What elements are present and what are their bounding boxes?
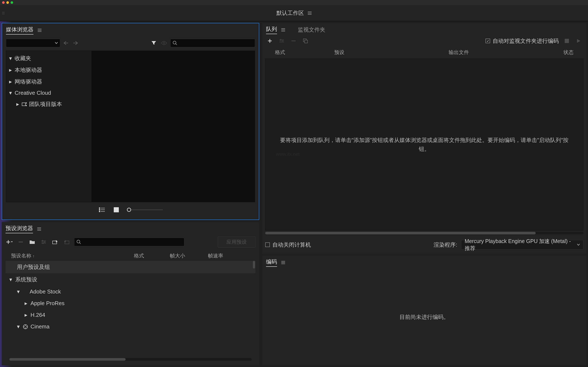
queue-horizontal-scrollbar[interactable]	[265, 232, 583, 234]
encode-status-area: 目前尚未进行编码。	[262, 269, 586, 365]
svg-point-0	[163, 42, 165, 44]
thumbnail-view-icon[interactable]	[113, 206, 120, 214]
preset-row-system[interactable]: ▾ 系统预设	[6, 273, 255, 286]
svg-point-20	[25, 325, 26, 326]
queue-settings-button[interactable]	[278, 37, 286, 45]
remove-source-button[interactable]	[290, 37, 297, 45]
auto-encode-watch-label: 自动对监视文件夹进行编码	[493, 37, 559, 45]
remove-preset-button[interactable]	[17, 238, 24, 246]
stop-queue-button[interactable]	[563, 37, 571, 45]
queue-drop-area[interactable]: 要将项目添加到队列，请单击"添加源"按钮或者从媒体浏览器或桌面将文件拖到此处。要…	[265, 59, 583, 231]
thumbnail-size-slider[interactable]	[127, 209, 163, 210]
toolbar-grip	[2, 12, 5, 14]
renderer-dropdown[interactable]: Mercury Playback Engine GPU 加速 (Metal) -…	[461, 240, 583, 250]
media-browser-panel-menu-icon[interactable]	[38, 29, 41, 32]
encode-tab[interactable]: 编码	[266, 258, 277, 267]
queue-column-headers: 格式 预设 输出文件 状态	[262, 47, 586, 59]
window-titlebar	[0, 0, 588, 5]
queue-panel-menu-icon[interactable]	[281, 28, 285, 31]
auto-encode-watch-checkbox[interactable]	[485, 39, 490, 43]
preset-search-input[interactable]	[74, 238, 184, 246]
nav-back-button[interactable]	[63, 40, 69, 46]
preset-tree: 用户预设及组 ▾ 系统预设 ▾ Adobe Stock	[6, 261, 255, 357]
watch-folders-tab[interactable]: 监视文件夹	[298, 26, 325, 33]
preset-settings-button[interactable]	[40, 238, 48, 246]
svg-rect-29	[565, 39, 569, 43]
chevron-down-icon: ▾	[9, 90, 13, 96]
preset-row-adobe-stock[interactable]: ▾ Adobe Stock	[6, 286, 255, 298]
add-source-button[interactable]	[266, 37, 274, 45]
preset-browser-tab[interactable]: 预设浏览器	[6, 225, 33, 233]
team-project-icon	[22, 102, 27, 106]
svg-rect-4	[26, 105, 27, 106]
window-minimize-button[interactable]	[6, 1, 9, 4]
slider-thumb[interactable]	[127, 208, 131, 212]
tree-team-projects[interactable]: ▸ 团队项目版本	[6, 98, 91, 110]
preset-vertical-scrollbar[interactable]	[253, 261, 255, 268]
preset-row-cinema[interactable]: ▾ Cinema	[6, 321, 255, 333]
import-preset-button[interactable]	[51, 238, 59, 246]
preset-browser-panel-menu-icon[interactable]	[37, 228, 41, 231]
svg-rect-2	[22, 103, 25, 106]
svg-rect-10	[101, 211, 105, 212]
svg-rect-9	[99, 211, 100, 212]
workspace-label[interactable]: 默认工作区	[277, 9, 304, 17]
start-queue-button[interactable]	[575, 37, 582, 45]
media-browser-tab[interactable]: 媒体浏览器	[6, 26, 33, 34]
encode-panel-menu-icon[interactable]	[281, 261, 285, 264]
window-close-button[interactable]	[2, 1, 5, 4]
preset-row-prores[interactable]: ▸ Apple ProRes	[6, 298, 255, 309]
encode-idle-text: 目前尚未进行编码。	[400, 313, 449, 321]
media-search-input[interactable]	[170, 39, 255, 47]
svg-point-14	[44, 241, 45, 243]
encode-panel: 编码 目前尚未进行编码。	[262, 256, 586, 365]
tree-favorites[interactable]: ▾ 收藏夹	[6, 52, 91, 64]
content-area: 媒体浏览器	[0, 21, 588, 367]
queue-empty-hint: 要将项目添加到队列，请单击"添加源"按钮或者从媒体浏览器或桌面将文件拖到此处。要…	[265, 136, 583, 153]
add-preset-button[interactable]	[6, 238, 13, 246]
queue-panel: 队列 监视文件夹	[262, 23, 586, 254]
preset-browser-panel: 预设浏览器	[2, 222, 259, 365]
preset-horizontal-scrollbar[interactable]	[9, 358, 252, 361]
preset-row-h264[interactable]: ▸ H.264	[6, 309, 255, 321]
tree-network-drives[interactable]: ▸ 网络驱动器	[6, 76, 91, 88]
preset-row-user[interactable]: 用户预设及组	[6, 261, 255, 273]
svg-point-24	[280, 39, 281, 40]
media-path-dropdown[interactable]	[6, 39, 60, 47]
tree-creative-cloud[interactable]: ▾ Creative Cloud	[6, 88, 91, 98]
tree-local-drives[interactable]: ▸ 本地驱动器	[6, 64, 91, 76]
auto-shutdown-label: 自动关闭计算机	[272, 241, 311, 249]
chevron-down-icon	[55, 42, 58, 44]
export-preset-button[interactable]	[63, 238, 70, 246]
svg-rect-8	[101, 209, 105, 210]
chevron-down-icon: ▾	[17, 288, 20, 295]
renderer-label: 渲染程序:	[433, 241, 457, 249]
svg-rect-11	[114, 207, 119, 212]
chevron-down-icon	[577, 244, 580, 246]
svg-rect-3	[26, 102, 27, 104]
svg-point-21	[26, 326, 27, 327]
filter-icon[interactable]	[150, 39, 158, 47]
svg-point-1	[173, 41, 176, 44]
main-toolbar: 默认工作区	[0, 5, 588, 21]
list-view-icon[interactable]	[98, 206, 106, 214]
svg-rect-28	[305, 40, 308, 43]
chevron-right-icon: ▸	[24, 312, 28, 318]
sort-asc-icon: ↑	[33, 254, 34, 258]
queue-tab[interactable]: 队列	[266, 25, 277, 34]
media-preview-pane	[91, 51, 255, 202]
new-group-button[interactable]	[28, 238, 36, 246]
svg-point-13	[42, 240, 43, 241]
nav-forward-button[interactable]	[72, 40, 79, 46]
film-reel-icon	[23, 324, 28, 329]
duplicate-button[interactable]	[302, 37, 309, 45]
chevron-right-icon: ▸	[16, 101, 20, 108]
workspace-menu-icon[interactable]	[308, 12, 311, 15]
chevron-right-icon: ▸	[9, 67, 13, 73]
svg-rect-26	[292, 41, 296, 41]
svg-rect-5	[99, 208, 100, 209]
window-maximize-button[interactable]	[11, 1, 13, 4]
search-icon	[76, 240, 81, 244]
eye-icon[interactable]	[160, 39, 168, 47]
auto-shutdown-checkbox[interactable]	[265, 242, 270, 247]
